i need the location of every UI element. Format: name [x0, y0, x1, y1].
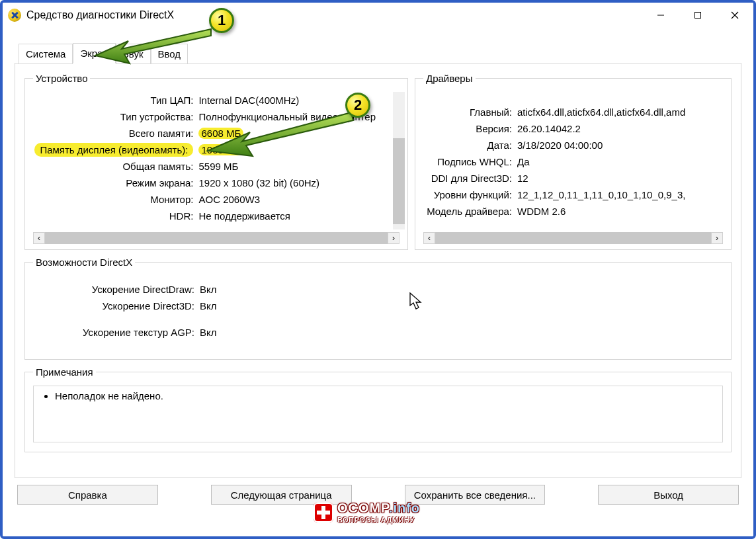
scroll-left-icon[interactable]: ‹ [33, 232, 45, 244]
kv-label: Режим экрана: [33, 175, 197, 191]
button-bar: Справка Следующая страница Сохранить все… [15, 478, 741, 505]
tab-panel: Устройство Тип ЦАП:Internal DAC(400MHz) … [15, 63, 741, 478]
notes-box: Неполадок не найдено. [33, 386, 723, 442]
kv-label: Тип устройства: [33, 108, 197, 125]
scroll-left-icon[interactable]: ‹ [423, 232, 435, 244]
kv-label: Версия: [423, 120, 516, 137]
save-all-button[interactable]: Сохранить все сведения... [405, 485, 546, 505]
app-icon [8, 9, 21, 22]
kv-value: AOC 2060W3 [197, 191, 377, 208]
kv-label: Главный: [423, 104, 516, 120]
device-vscroll[interactable] [393, 92, 405, 229]
client-area: Система Экран Звук Ввод Устройство Тип Ц… [3, 42, 753, 517]
device-hscroll[interactable]: ‹ › [33, 232, 399, 244]
exit-button[interactable]: Выход [598, 485, 739, 505]
kv-label: Монитор: [33, 191, 197, 208]
kv-label-highlight: Память дисплея (видеопамять): [34, 143, 193, 157]
window-controls [642, 4, 753, 26]
drivers-hscroll[interactable]: ‹ › [423, 232, 723, 244]
kv-label: Уровни функций: [423, 187, 516, 203]
kv-label: Общая память: [33, 158, 197, 175]
close-button[interactable] [716, 4, 753, 26]
kv-value: Вкл [198, 324, 723, 351]
kv-value: Вкл [198, 281, 723, 298]
kv-label: Тип ЦАП: [33, 92, 197, 108]
kv-label: Ускорение DirectDraw: [33, 281, 198, 298]
minimize-button[interactable] [642, 4, 679, 26]
dxdiag-window: Средство диагностики DirectX Система Экр… [3, 3, 753, 536]
kv-label: Ускорение Direct3D: [33, 298, 198, 324]
notes-item: Неполадок не найдено. [55, 390, 713, 401]
svg-rect-1 [695, 13, 701, 19]
kv-value: 26.20.14042.2 [516, 120, 723, 137]
notes-group: Примечания Неполадок не найдено. [24, 366, 732, 452]
kv-value: 3/18/2020 04:00:00 [516, 137, 723, 153]
kv-value: WDDM 2.6 [516, 203, 723, 220]
kv-label: DDI для Direct3D: [423, 170, 516, 187]
kv-value: 12 [516, 170, 723, 187]
help-button[interactable]: Справка [17, 485, 158, 505]
kv-label: Подпись WHQL: [423, 153, 516, 170]
kv-value: Да [516, 153, 723, 170]
drivers-group: Драйверы Главный:aticfx64.dll,aticfx64.d… [415, 73, 732, 250]
arrow-1-icon [89, 22, 221, 69]
kv-label: HDR: [33, 208, 197, 224]
drivers-legend: Драйверы [423, 73, 476, 84]
scroll-right-icon[interactable]: › [711, 232, 723, 244]
device-legend: Устройство [33, 73, 90, 84]
kv-label: Всего памяти: [33, 125, 197, 142]
kv-value: Вкл [198, 298, 723, 324]
tab-system[interactable]: Система [19, 44, 73, 64]
kv-value: Не поддерживается [197, 208, 377, 224]
kv-value: 12_1,12_0,11_1,11_0,10_1,10_0,9_3, [516, 187, 723, 203]
kv-value: aticfx64.dll,aticfx64.dll,aticfx64.dll,a… [516, 104, 723, 120]
kv-value: 1920 x 1080 (32 bit) (60Hz) [197, 175, 377, 191]
kv-label: Модель драйвера: [423, 203, 516, 220]
kv-label: Дата: [423, 137, 516, 153]
next-page-button[interactable]: Следующая страница [211, 485, 352, 505]
scroll-right-icon[interactable]: › [388, 232, 399, 244]
callout-2: 2 [345, 93, 370, 118]
callout-1: 1 [209, 8, 234, 33]
window-title: Средство диагностики DirectX [26, 9, 174, 21]
arrow-2-icon [202, 107, 361, 160]
capabilities-legend: Возможности DirectX [33, 257, 135, 268]
kv-value: 5599 МБ [197, 158, 377, 175]
maximize-button[interactable] [679, 4, 716, 26]
notes-legend: Примечания [33, 366, 96, 378]
kv-label: Ускорение текстур AGP: [33, 324, 198, 351]
capabilities-group: Возможности DirectX Ускорение DirectDraw… [24, 257, 732, 360]
